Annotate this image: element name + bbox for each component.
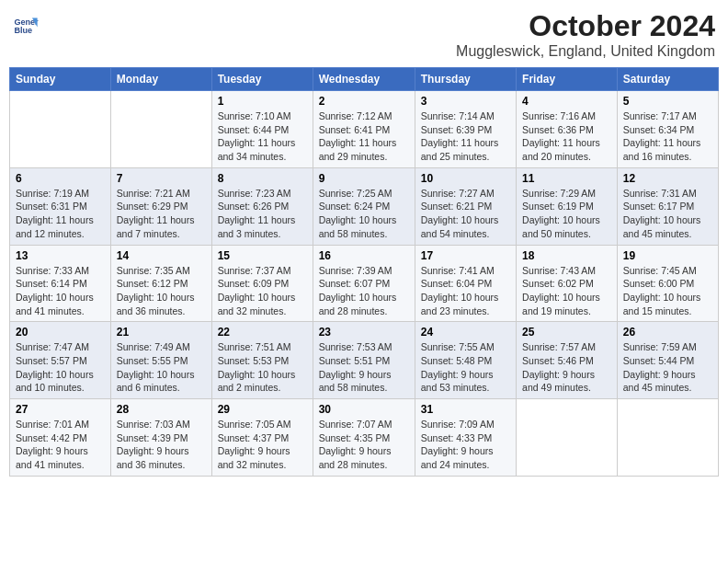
day-sunset: Sunset: 6:09 PM <box>218 278 290 289</box>
day-sunset: Sunset: 4:35 PM <box>319 432 391 443</box>
day-sunrise: Sunrise: 7:23 AM <box>218 188 291 199</box>
calendar-cell: 9 Sunrise: 7:25 AM Sunset: 6:24 PM Dayli… <box>313 167 415 245</box>
day-sunset: Sunset: 4:37 PM <box>218 432 290 443</box>
calendar-cell: 7 Sunrise: 7:21 AM Sunset: 6:29 PM Dayli… <box>110 167 211 245</box>
col-monday: Monday <box>110 68 211 91</box>
calendar-cell: 13 Sunrise: 7:33 AM Sunset: 6:14 PM Dayl… <box>10 245 111 322</box>
day-daylight: Daylight: 10 hours and 23 minutes. <box>421 292 499 316</box>
calendar-week-row: 20 Sunrise: 7:47 AM Sunset: 5:57 PM Dayl… <box>10 322 719 399</box>
calendar-cell: 19 Sunrise: 7:45 AM Sunset: 6:00 PM Dayl… <box>617 245 718 322</box>
calendar-cell: 4 Sunrise: 7:16 AM Sunset: 6:36 PM Dayli… <box>517 91 618 168</box>
day-number: 24 <box>421 326 510 339</box>
day-sunrise: Sunrise: 7:16 AM <box>522 110 596 121</box>
day-number: 15 <box>218 249 307 262</box>
day-sunset: Sunset: 6:26 PM <box>218 201 290 212</box>
calendar-header-row: Sunday Monday Tuesday Wednesday Thursday… <box>10 68 719 91</box>
day-sunrise: Sunrise: 7:01 AM <box>16 419 89 430</box>
day-sunrise: Sunrise: 7:55 AM <box>421 341 495 352</box>
calendar-cell: 29 Sunrise: 7:05 AM Sunset: 4:37 PM Dayl… <box>211 399 313 477</box>
day-number: 29 <box>218 403 307 416</box>
day-sunrise: Sunrise: 7:09 AM <box>421 419 495 430</box>
day-daylight: Daylight: 10 hours and 19 minutes. <box>522 292 600 316</box>
day-sunrise: Sunrise: 7:37 AM <box>218 265 291 276</box>
day-daylight: Daylight: 11 hours and 16 minutes. <box>623 137 701 162</box>
calendar-table: Sunday Monday Tuesday Wednesday Thursday… <box>9 67 719 477</box>
day-number: 2 <box>319 95 409 108</box>
calendar-cell: 6 Sunrise: 7:19 AM Sunset: 6:31 PM Dayli… <box>10 167 111 245</box>
day-number: 13 <box>16 249 105 262</box>
day-sunset: Sunset: 6:34 PM <box>623 124 695 135</box>
day-sunset: Sunset: 5:46 PM <box>522 355 594 366</box>
calendar-cell: 22 Sunrise: 7:51 AM Sunset: 5:53 PM Dayl… <box>211 322 313 399</box>
day-sunset: Sunset: 6:21 PM <box>421 201 493 212</box>
day-sunset: Sunset: 6:04 PM <box>421 278 493 289</box>
day-sunrise: Sunrise: 7:51 AM <box>218 341 291 352</box>
day-number: 11 <box>522 172 611 185</box>
calendar-week-row: 1 Sunrise: 7:10 AM Sunset: 6:44 PM Dayli… <box>10 91 719 168</box>
day-number: 6 <box>16 172 105 185</box>
day-sunset: Sunset: 5:48 PM <box>421 355 493 366</box>
day-sunset: Sunset: 6:44 PM <box>218 124 290 135</box>
day-number: 4 <box>522 95 611 108</box>
day-sunrise: Sunrise: 7:05 AM <box>218 419 291 430</box>
day-daylight: Daylight: 9 hours and 24 minutes. <box>421 445 494 470</box>
day-daylight: Daylight: 10 hours and 10 minutes. <box>16 369 94 394</box>
day-sunset: Sunset: 6:41 PM <box>319 124 391 135</box>
day-number: 8 <box>218 172 307 185</box>
calendar-cell: 31 Sunrise: 7:09 AM Sunset: 4:33 PM Dayl… <box>415 399 516 477</box>
day-sunset: Sunset: 6:39 PM <box>421 124 493 135</box>
day-number: 28 <box>117 403 206 416</box>
calendar-cell: 14 Sunrise: 7:35 AM Sunset: 6:12 PM Dayl… <box>110 245 211 322</box>
day-sunrise: Sunrise: 7:49 AM <box>117 341 190 352</box>
day-sunrise: Sunrise: 7:31 AM <box>623 188 697 199</box>
day-daylight: Daylight: 10 hours and 54 minutes. <box>421 214 499 239</box>
day-sunset: Sunset: 6:17 PM <box>623 201 695 212</box>
calendar-week-row: 27 Sunrise: 7:01 AM Sunset: 4:42 PM Dayl… <box>10 399 719 477</box>
day-daylight: Daylight: 10 hours and 15 minutes. <box>623 292 701 316</box>
day-sunset: Sunset: 6:36 PM <box>522 124 594 135</box>
day-sunset: Sunset: 5:57 PM <box>16 355 87 366</box>
day-sunset: Sunset: 6:00 PM <box>623 278 695 289</box>
day-sunset: Sunset: 4:39 PM <box>117 432 188 443</box>
day-sunrise: Sunrise: 7:45 AM <box>623 265 697 276</box>
day-sunset: Sunset: 5:51 PM <box>319 355 391 366</box>
day-number: 7 <box>117 172 206 185</box>
day-daylight: Daylight: 11 hours and 25 minutes. <box>421 137 499 162</box>
col-friday: Friday <box>517 68 618 91</box>
day-sunrise: Sunrise: 7:17 AM <box>623 110 697 121</box>
calendar-cell: 21 Sunrise: 7:49 AM Sunset: 5:55 PM Dayl… <box>110 322 211 399</box>
day-sunrise: Sunrise: 7:10 AM <box>218 110 291 121</box>
day-number: 30 <box>319 403 409 416</box>
logo-icon: General Blue <box>13 13 39 39</box>
day-sunrise: Sunrise: 7:21 AM <box>117 188 190 199</box>
day-daylight: Daylight: 10 hours and 58 minutes. <box>319 214 397 239</box>
page-subtitle: Muggleswick, England, United Kingdom <box>456 43 715 60</box>
calendar-cell: 26 Sunrise: 7:59 AM Sunset: 5:44 PM Dayl… <box>617 322 718 399</box>
day-daylight: Daylight: 9 hours and 28 minutes. <box>319 445 392 470</box>
day-sunrise: Sunrise: 7:14 AM <box>421 110 495 121</box>
calendar-cell: 16 Sunrise: 7:39 AM Sunset: 6:07 PM Dayl… <box>313 245 415 322</box>
day-number: 9 <box>319 172 409 185</box>
calendar-cell: 18 Sunrise: 7:43 AM Sunset: 6:02 PM Dayl… <box>517 245 618 322</box>
day-daylight: Daylight: 9 hours and 41 minutes. <box>16 445 88 470</box>
day-sunrise: Sunrise: 7:35 AM <box>117 265 190 276</box>
day-sunrise: Sunrise: 7:39 AM <box>319 265 392 276</box>
calendar-cell: 17 Sunrise: 7:41 AM Sunset: 6:04 PM Dayl… <box>415 245 516 322</box>
calendar-cell: 27 Sunrise: 7:01 AM Sunset: 4:42 PM Dayl… <box>10 399 111 477</box>
day-daylight: Daylight: 9 hours and 58 minutes. <box>319 369 392 394</box>
day-daylight: Daylight: 9 hours and 53 minutes. <box>421 369 494 394</box>
calendar-cell: 11 Sunrise: 7:29 AM Sunset: 6:19 PM Dayl… <box>517 167 618 245</box>
calendar-cell: 12 Sunrise: 7:31 AM Sunset: 6:17 PM Dayl… <box>617 167 718 245</box>
day-number: 16 <box>319 249 409 262</box>
day-number: 27 <box>16 403 105 416</box>
day-daylight: Daylight: 10 hours and 41 minutes. <box>16 292 94 316</box>
day-daylight: Daylight: 11 hours and 3 minutes. <box>218 214 296 239</box>
day-sunset: Sunset: 5:55 PM <box>117 355 188 366</box>
day-sunrise: Sunrise: 7:29 AM <box>522 188 596 199</box>
calendar-week-row: 13 Sunrise: 7:33 AM Sunset: 6:14 PM Dayl… <box>10 245 719 322</box>
calendar-cell: 15 Sunrise: 7:37 AM Sunset: 6:09 PM Dayl… <box>211 245 313 322</box>
day-daylight: Daylight: 9 hours and 49 minutes. <box>522 369 595 394</box>
day-number: 20 <box>16 326 105 339</box>
svg-text:Blue: Blue <box>14 26 32 35</box>
day-sunrise: Sunrise: 7:43 AM <box>522 265 596 276</box>
